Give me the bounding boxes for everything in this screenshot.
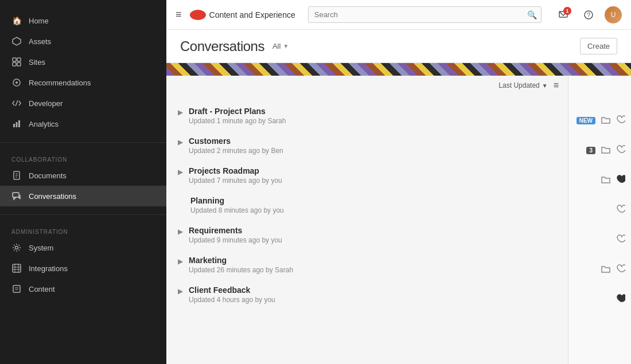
filter-dropdown[interactable]: All ▼ xyxy=(272,42,289,50)
expand-icon[interactable]: ▶ xyxy=(178,257,183,265)
search-icon: 🔍 xyxy=(527,10,537,19)
like-icon[interactable] xyxy=(616,264,625,275)
decorative-banner xyxy=(166,63,631,76)
sidebar-item-conversations[interactable]: Conversations xyxy=(0,186,166,206)
conv-title: Customers xyxy=(189,136,556,146)
sidebar-main-section: 🏠 Home Assets Sites Recommendations D xyxy=(0,6,166,139)
list-item[interactable]: Planning Updated 8 minutes ago by you xyxy=(166,190,568,220)
filter-label: All xyxy=(272,42,281,50)
list-area: Last Updated ▼ ≡ ▶ Draft - Project Plans… xyxy=(166,76,631,364)
list-item[interactable]: ▶ Draft - Project Plans Updated 1 minute… xyxy=(166,101,568,131)
new-badge: NEW xyxy=(577,117,595,124)
action-row-1: NEW xyxy=(568,105,631,135)
content-icon xyxy=(11,284,22,294)
conv-content: Marketing Updated 26 minutes ago by Sara… xyxy=(189,256,556,274)
svg-point-18 xyxy=(15,246,18,249)
search-input[interactable] xyxy=(308,6,542,23)
content-header: Conversations All ▼ Create xyxy=(166,30,631,63)
topbar-actions: 1 ? U xyxy=(554,6,622,24)
conv-title: Marketing xyxy=(189,256,556,265)
sidebar-item-label: Assets xyxy=(29,37,51,46)
list-item[interactable]: ▶ Marketing Updated 26 minutes ago by Sa… xyxy=(166,250,568,280)
sidebar-item-label: Analytics xyxy=(29,120,59,128)
action-row-6 xyxy=(568,255,631,284)
sidebar-item-home[interactable]: 🏠 Home xyxy=(0,10,166,31)
like-icon[interactable] xyxy=(616,234,625,245)
liked-icon[interactable] xyxy=(616,175,625,185)
help-button[interactable]: ? xyxy=(579,6,598,24)
list-item[interactable]: ▶ Projects Roadmap Updated 7 minutes ago… xyxy=(166,161,568,190)
folder-icon[interactable] xyxy=(601,175,610,185)
avatar[interactable]: U xyxy=(605,6,622,24)
logo-oval xyxy=(190,10,206,20)
sidebar-item-analytics[interactable]: Analytics xyxy=(0,113,166,134)
folder-icon[interactable] xyxy=(601,265,610,275)
topbar: ≡ Content and Experience 🔍 1 ? U xyxy=(166,0,631,30)
conv-subtitle: Updated 26 minutes ago by Sarah xyxy=(189,266,556,274)
svg-rect-8 xyxy=(13,124,15,127)
action-row-7 xyxy=(568,284,631,314)
app-logo: Content and Experience xyxy=(190,10,295,20)
title-row: Conversations All ▼ xyxy=(180,38,289,54)
folder-icon[interactable] xyxy=(601,116,610,126)
list-item[interactable]: ▶ Requirements Updated 9 minutes ago by … xyxy=(166,220,568,250)
right-action-panel: NEW 3 xyxy=(568,76,631,364)
expand-icon[interactable]: ▶ xyxy=(178,228,183,236)
sidebar: 🏠 Home Assets Sites Recommendations D xyxy=(0,0,166,364)
list-item[interactable]: ▶ Client Feedback Updated 4 hours ago by… xyxy=(166,280,568,310)
conversations-icon xyxy=(11,191,22,201)
app-name: Content and Experience xyxy=(209,10,295,19)
sidebar-item-label: Conversations xyxy=(29,192,76,201)
action-row-4 xyxy=(568,195,631,225)
count-badge: 3 xyxy=(586,147,595,154)
sidebar-divider-admin xyxy=(0,214,166,215)
sidebar-item-content[interactable]: Content xyxy=(0,279,166,299)
svg-rect-4 xyxy=(17,62,21,66)
sites-icon xyxy=(11,57,22,67)
sidebar-item-sites[interactable]: Sites xyxy=(0,52,166,72)
conv-title: Planning xyxy=(190,196,284,205)
sidebar-section-label-admin: ADMINISTRATION xyxy=(0,223,166,237)
search-container: 🔍 xyxy=(308,6,542,23)
assets-icon xyxy=(11,36,22,46)
action-row-5 xyxy=(568,225,631,255)
expand-icon[interactable]: ▶ xyxy=(178,168,183,176)
svg-line-7 xyxy=(15,100,18,106)
expand-icon[interactable]: ▶ xyxy=(178,108,183,116)
sort-dropdown[interactable]: Last Updated ▼ xyxy=(498,81,547,89)
folder-icon[interactable] xyxy=(601,146,610,155)
sidebar-item-developer[interactable]: Developer xyxy=(0,93,166,113)
like-icon[interactable] xyxy=(616,205,625,215)
sidebar-section-label-collaboration: COLLABORATION xyxy=(0,151,166,165)
svg-marker-0 xyxy=(13,37,21,45)
sidebar-item-label: Home xyxy=(29,17,49,25)
conv-title: Client Feedback xyxy=(189,285,556,295)
sidebar-item-recommendations[interactable]: Recommendations xyxy=(0,72,166,93)
sort-arrow-icon: ▼ xyxy=(542,83,548,89)
like-icon[interactable] xyxy=(616,145,625,155)
sidebar-item-assets[interactable]: Assets xyxy=(0,31,166,52)
sidebar-item-label: Documents xyxy=(29,171,67,180)
conv-subtitle: Updated 1 minute ago by Sarah xyxy=(189,117,556,125)
create-button[interactable]: Create xyxy=(580,38,617,54)
sidebar-item-integrations[interactable]: Integrations xyxy=(0,258,166,279)
svg-text:?: ? xyxy=(587,11,590,18)
list-container: Last Updated ▼ ≡ ▶ Draft - Project Plans… xyxy=(166,76,568,364)
recommendations-icon xyxy=(11,77,22,88)
like-icon[interactable] xyxy=(616,115,625,126)
expand-icon[interactable]: ▶ xyxy=(178,138,183,146)
svg-rect-10 xyxy=(18,120,20,127)
liked-icon[interactable] xyxy=(616,294,625,304)
expand-icon[interactable]: ▶ xyxy=(178,287,183,295)
notifications-button[interactable]: 1 xyxy=(554,6,572,24)
action-row-2: 3 xyxy=(568,135,631,165)
list-view-toggle[interactable]: ≡ xyxy=(554,80,559,91)
main-area: ≡ Content and Experience 🔍 1 ? U xyxy=(166,0,631,364)
sidebar-item-documents[interactable]: Documents xyxy=(0,165,166,186)
hamburger-button[interactable]: ≡ xyxy=(176,9,182,21)
conv-content: Client Feedback Updated 4 hours ago by y… xyxy=(189,285,556,304)
svg-rect-19 xyxy=(13,264,21,272)
sidebar-item-system[interactable]: System xyxy=(0,237,166,258)
list-item[interactable]: ▶ Customers Updated 2 minutes ago by Ben xyxy=(166,131,568,161)
conv-content: Planning Updated 8 minutes ago by you xyxy=(190,196,284,214)
